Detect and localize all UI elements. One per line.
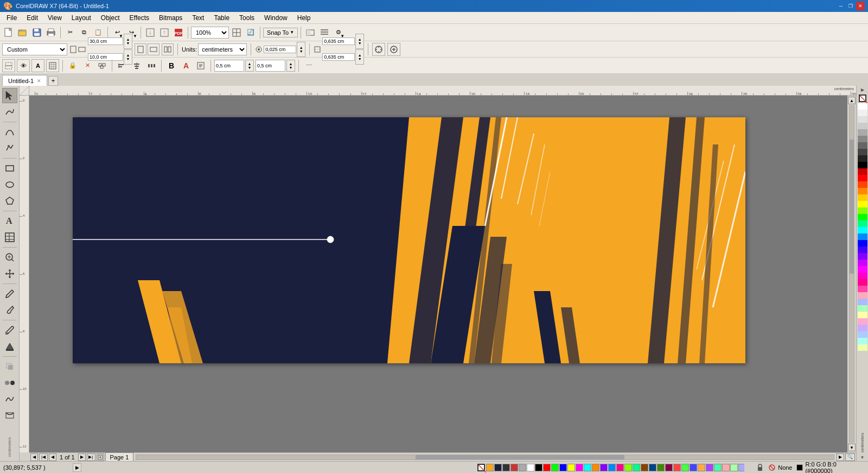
lock-btn[interactable]: 🔒: [66, 59, 79, 72]
dim-h-spinner[interactable]: ▲▼: [355, 49, 364, 65]
color-swatch[interactable]: [858, 220, 867, 227]
pos-x-input[interactable]: [214, 60, 244, 72]
more-options-btn[interactable]: ⋯: [302, 59, 315, 72]
palette-mint[interactable]: [633, 464, 640, 471]
color-swatch[interactable]: [858, 116, 867, 123]
close-button[interactable]: ✕: [856, 2, 865, 10]
color-purple[interactable]: [858, 253, 867, 260]
rectangle-tool-button[interactable]: [2, 161, 17, 176]
color-white[interactable]: [858, 103, 867, 110]
color-swatch[interactable]: [858, 331, 867, 338]
palette-lime[interactable]: [624, 464, 632, 471]
palette-red[interactable]: [510, 464, 518, 471]
color-swatch[interactable]: [858, 155, 867, 162]
tab-untitled1[interactable]: Untitled-1 ✕: [2, 75, 47, 86]
shadow-tool-button[interactable]: [2, 359, 17, 374]
pos-y-spinner[interactable]: ▲▼: [286, 60, 295, 72]
menu-text[interactable]: Text: [188, 13, 208, 23]
menu-object[interactable]: Object: [97, 13, 124, 23]
color-swatch[interactable]: [858, 181, 867, 188]
eyedropper-tool-button[interactable]: [2, 323, 17, 338]
palette-gray[interactable]: [519, 464, 526, 471]
menu-file[interactable]: File: [2, 13, 21, 23]
color-swatch[interactable]: [858, 305, 867, 312]
ellipse-tool-button[interactable]: [2, 177, 17, 192]
text-style-btn[interactable]: A: [31, 59, 44, 72]
palette-yellow[interactable]: [567, 464, 575, 471]
color-swatch[interactable]: [858, 279, 867, 286]
h-scroll-thumb[interactable]: [416, 455, 625, 459]
blend-tool-button[interactable]: [2, 375, 17, 390]
v-scroll-track[interactable]: [849, 105, 854, 443]
menu-view[interactable]: View: [43, 13, 66, 23]
color-swatch[interactable]: [858, 344, 867, 351]
brush-tool-button[interactable]: [2, 302, 17, 318]
obj-props-btn[interactable]: [194, 59, 207, 72]
palette-navy[interactable]: [494, 464, 502, 471]
palette-pink[interactable]: [616, 464, 624, 471]
dim-w-spinner[interactable]: ▲▼: [355, 34, 364, 49]
menu-help[interactable]: Help: [293, 13, 315, 23]
menu-table[interactable]: Table: [209, 13, 234, 23]
zoom-status-button[interactable]: 🔍: [845, 453, 855, 461]
scroll-next-page-button[interactable]: ▶: [78, 453, 86, 461]
palette-cyan[interactable]: [584, 464, 591, 471]
palette-green[interactable]: [551, 464, 559, 471]
align-left-btn[interactable]: [116, 59, 129, 72]
polygon-tool-button[interactable]: [2, 193, 17, 209]
menu-bitmaps[interactable]: Bitmaps: [155, 13, 187, 23]
select-all-btn[interactable]: [2, 59, 15, 72]
palette-purple[interactable]: [600, 464, 608, 471]
smart-draw-button[interactable]: [2, 141, 17, 156]
color-swatch[interactable]: [858, 129, 867, 136]
publish-button[interactable]: PDF: [172, 26, 185, 39]
bezier-tool-button[interactable]: [2, 124, 17, 140]
restore-button[interactable]: ❐: [846, 2, 855, 10]
view-btn[interactable]: 👁: [17, 59, 30, 72]
canvas-viewport[interactable]: [29, 96, 847, 452]
snap-to-button[interactable]: Snap To ▼: [263, 28, 298, 37]
color-swatch[interactable]: [858, 273, 867, 279]
palette-black[interactable]: [535, 464, 542, 471]
menu-edit[interactable]: Edit: [22, 13, 42, 23]
color-swatch[interactable]: [858, 234, 867, 240]
pan-tool-button[interactable]: [2, 266, 17, 281]
palette-dark[interactable]: [502, 464, 510, 471]
print-button[interactable]: [44, 26, 58, 39]
distort-tool-button[interactable]: [2, 392, 17, 407]
color-swatch[interactable]: [858, 260, 867, 266]
zoom-tool-button[interactable]: [2, 250, 17, 265]
color-swatch[interactable]: [858, 110, 867, 116]
color-cyan[interactable]: [858, 227, 867, 234]
page-1-tab[interactable]: Page 1: [105, 452, 134, 462]
open-button[interactable]: [16, 26, 29, 39]
align-center-btn[interactable]: [130, 59, 143, 72]
color-swatch[interactable]: [858, 123, 867, 129]
undo-button[interactable]: ↩▼: [111, 26, 124, 39]
palette-lavender[interactable]: [706, 464, 713, 471]
freehand-tool-button[interactable]: [2, 104, 17, 119]
color-red[interactable]: [858, 175, 867, 181]
view-mode-button[interactable]: 🔄: [244, 26, 257, 39]
object-type-select[interactable]: Custom: [2, 43, 67, 55]
zoom-select[interactable]: 100%50%200%: [191, 27, 229, 39]
palette-blue[interactable]: [559, 464, 567, 471]
palette-periwinkle[interactable]: [690, 464, 697, 471]
palette-orange[interactable]: [486, 464, 494, 471]
import-button[interactable]: ↓: [144, 26, 157, 39]
add-tab-button[interactable]: +: [48, 76, 58, 86]
menu-tools[interactable]: Tools: [235, 13, 259, 23]
scroll-add-page-button[interactable]: [97, 453, 104, 461]
redo-button[interactable]: ↪▼: [125, 26, 138, 39]
menu-layout[interactable]: Layout: [67, 13, 95, 23]
right-panel-expand-button[interactable]: ▶: [859, 86, 866, 93]
add-page-button[interactable]: [387, 43, 400, 56]
color-yellow[interactable]: [858, 201, 867, 207]
page-layout-btn1[interactable]: [135, 43, 146, 55]
select-tool-button[interactable]: [2, 88, 17, 103]
color-swatch[interactable]: [858, 338, 867, 344]
palette-brown[interactable]: [641, 464, 648, 471]
palette-magenta[interactable]: [576, 464, 583, 471]
color-swatch[interactable]: [858, 188, 867, 194]
scroll-right-button[interactable]: ▶: [837, 453, 844, 461]
